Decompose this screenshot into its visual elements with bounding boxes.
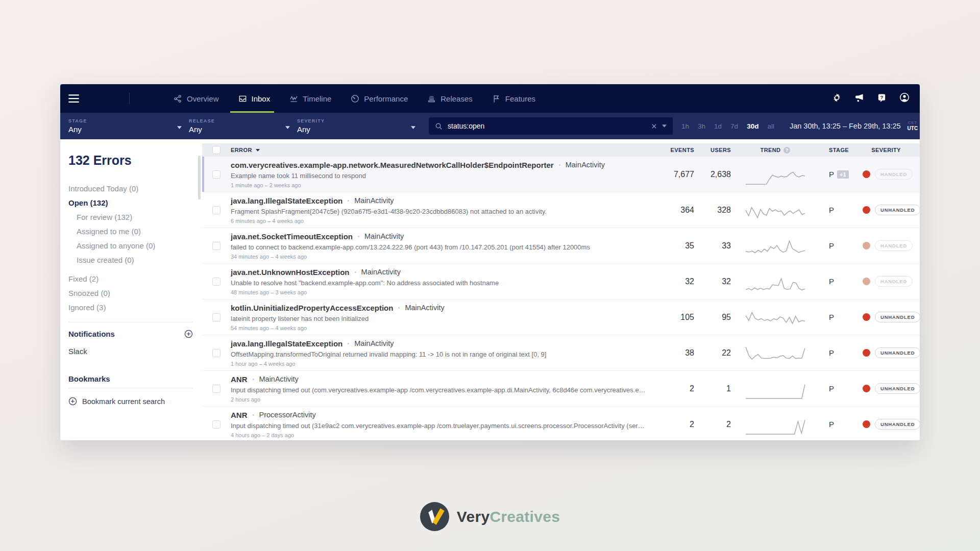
- error-row[interactable]: java.net.UnknownHostExceptionMainActivit…: [202, 264, 920, 299]
- error-context: MainActivity: [361, 268, 401, 276]
- search-dropdown-caret-icon[interactable]: [662, 124, 667, 128]
- tab-timeline[interactable]: Timeline: [289, 84, 331, 113]
- clear-search-icon[interactable]: [651, 123, 657, 129]
- error-row[interactable]: kotlin.UninitializedPropertyAccessExcept…: [202, 299, 920, 335]
- search-input[interactable]: [448, 122, 646, 130]
- dropdown-value: Any: [297, 125, 423, 134]
- search-icon: [435, 122, 443, 130]
- help-button[interactable]: ?: [877, 93, 887, 105]
- time-range-1h[interactable]: 1h: [681, 122, 689, 130]
- account-button[interactable]: [899, 92, 910, 105]
- trend-sparkline: [737, 235, 814, 257]
- row-checkbox[interactable]: [212, 385, 220, 393]
- timezone-toggle[interactable]: CET UTC: [908, 121, 918, 131]
- severity-dot: [863, 206, 870, 214]
- time-range-1d[interactable]: 1d: [714, 122, 722, 130]
- menu-icon[interactable]: [68, 94, 81, 103]
- error-class: java.lang.IllegalStateException: [231, 196, 342, 205]
- time-range-3h[interactable]: 3h: [698, 122, 705, 130]
- sidebar-filter-fixed-2[interactable]: Fixed (2): [68, 271, 202, 286]
- error-row[interactable]: com.verycreatives.example-app.network.Me…: [202, 157, 920, 192]
- brand-logo: [420, 502, 449, 531]
- error-summary: java.lang.IllegalStateExceptionMainActiv…: [231, 196, 659, 224]
- stage-value: P: [829, 384, 834, 393]
- row-checkbox[interactable]: [212, 170, 220, 179]
- trend-sparkline: [737, 378, 814, 400]
- dropdown-value: Any: [68, 125, 189, 134]
- column-header-events: EVENTS: [659, 147, 700, 153]
- sidebar-filter-introduced-today-0[interactable]: Introduced Today (0): [68, 181, 202, 195]
- sidebar-filter-for-review-132[interactable]: For review (132): [68, 210, 202, 224]
- row-checkbox[interactable]: [212, 206, 220, 214]
- stage-value: P: [829, 420, 834, 429]
- release-dropdown[interactable]: RELEASEAny: [189, 118, 297, 134]
- severity-dot: [863, 420, 870, 428]
- sidebar-filter-assigned-to-anyone-0[interactable]: Assigned to anyone (0): [68, 238, 202, 253]
- severity-dot: [863, 313, 870, 321]
- row-checkbox[interactable]: [212, 242, 220, 250]
- error-class: ANR: [231, 411, 248, 419]
- tab-inbox[interactable]: Inbox: [238, 84, 271, 113]
- error-timestamps: 2 hours ago: [231, 396, 647, 403]
- sidebar-filter-assigned-to-me-0[interactable]: Assigned to me (0): [68, 224, 202, 238]
- severity-dot: [863, 385, 870, 392]
- sidebar-scrollbar[interactable]: [198, 156, 201, 199]
- separator-dot: [253, 414, 254, 416]
- severity-dropdown[interactable]: SEVERITYAny: [297, 118, 423, 134]
- column-header-error[interactable]: ERROR: [231, 147, 659, 153]
- trend-help-icon[interactable]: ?: [783, 147, 790, 154]
- tab-overview[interactable]: Overview: [174, 84, 219, 113]
- error-timestamps: 1 minute ago – 2 weeks ago: [231, 182, 647, 188]
- severity-cell: HANDLED: [849, 169, 916, 180]
- settings-button[interactable]: [832, 93, 842, 105]
- stage-value: P: [829, 277, 834, 286]
- date-range[interactable]: Jan 30th, 13:25 – Feb 29th, 13:25: [790, 122, 901, 130]
- tab-features[interactable]: Features: [492, 84, 535, 113]
- inbox-icon: [238, 94, 247, 103]
- search-box[interactable]: [429, 117, 673, 135]
- time-range-7d[interactable]: 7d: [730, 122, 738, 130]
- separator-dot: [348, 200, 349, 202]
- select-all-checkbox[interactable]: [212, 146, 220, 154]
- tab-releases[interactable]: Releases: [427, 84, 473, 113]
- error-summary: kotlin.UninitializedPropertyAccessExcept…: [231, 304, 659, 331]
- events-count: 35: [659, 241, 700, 251]
- row-checkbox[interactable]: [212, 278, 220, 286]
- separator-dot: [253, 379, 254, 380]
- tab-performance[interactable]: Performance: [351, 84, 408, 113]
- brand-name-second: Creatives: [489, 508, 560, 525]
- brand-name: VeryCreatives: [457, 508, 560, 525]
- trend-sparkline: [737, 163, 814, 186]
- error-message: lateinit property listener has not been …: [231, 315, 647, 322]
- row-checkbox[interactable]: [212, 349, 220, 357]
- stage-dropdown[interactable]: STAGEAny: [68, 118, 189, 134]
- error-row[interactable]: ANRMainActivityInput dispatching timed o…: [202, 371, 920, 407]
- error-timestamps: 6 minutes ago – 4 weeks ago: [231, 218, 647, 224]
- plus-circle-icon: [68, 397, 77, 406]
- severity-cell: HANDLED: [849, 276, 916, 287]
- time-range-all[interactable]: all: [767, 122, 774, 130]
- tab-label: Features: [505, 94, 535, 103]
- add-notification-icon[interactable]: [184, 330, 193, 338]
- error-row[interactable]: ANRProcessorActivityInput dispatching ti…: [202, 407, 920, 440]
- error-row[interactable]: java.net.SocketTimeoutExceptionMainActiv…: [202, 228, 920, 264]
- notification-channel-slack[interactable]: Slack: [68, 347, 202, 356]
- sidebar-filter-ignored-3[interactable]: Ignored (3): [68, 300, 202, 314]
- sidebar-filter-open-132[interactable]: Open (132): [68, 195, 202, 210]
- row-checkbox[interactable]: [212, 420, 220, 429]
- severity-badge: HANDLED: [875, 276, 913, 287]
- announcements-button[interactable]: [854, 93, 864, 105]
- sidebar-filter-issue-created-0[interactable]: Issue created (0): [68, 253, 202, 267]
- error-message: Input dispatching timed out (com.verycre…: [231, 386, 647, 394]
- error-row[interactable]: java.lang.IllegalStateExceptionMainActiv…: [202, 192, 920, 228]
- column-header-severity: SEVERITY: [849, 147, 916, 153]
- severity-cell: UNHANDLED: [849, 205, 916, 215]
- error-row[interactable]: java.lang.IllegalStateExceptionMainActiv…: [202, 335, 920, 371]
- time-range-30d[interactable]: 30d: [747, 122, 758, 130]
- brand-name-first: Very: [457, 508, 490, 525]
- stage-value: P: [829, 348, 834, 357]
- error-timestamps: 54 minutes ago – 4 weeks ago: [231, 325, 647, 331]
- bookmark-current-search-button[interactable]: Bookmark current search: [68, 397, 202, 406]
- row-checkbox[interactable]: [212, 313, 220, 321]
- sidebar-filter-snoozed-0[interactable]: Snoozed (0): [68, 286, 202, 300]
